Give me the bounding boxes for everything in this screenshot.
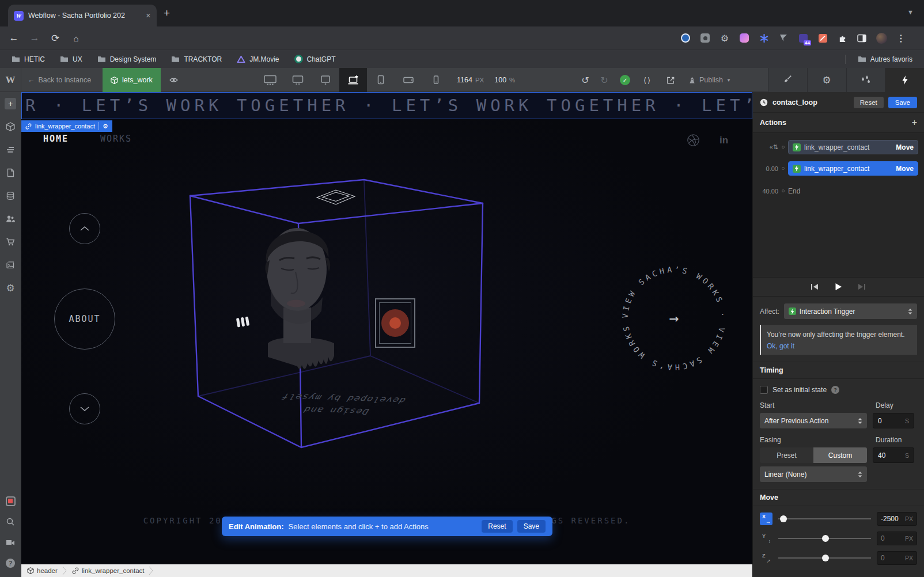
breakpoint-1440[interactable]: [284, 68, 312, 92]
bookmark-design-system[interactable]: Design System: [97, 55, 157, 63]
y-axis-icon[interactable]: Y↕: [760, 532, 772, 545]
reload-icon[interactable]: ⟳: [47, 26, 63, 50]
preview-toggle[interactable]: [162, 68, 184, 92]
add-action-button[interactable]: +: [912, 117, 917, 128]
design-canvas[interactable]: R · LET’S WORK TOGETHER · LET’S WORK TOG…: [21, 92, 752, 564]
home-icon[interactable]: ⌂: [68, 26, 84, 50]
bookmark-jmmovie[interactable]: JM.Movie: [237, 55, 279, 63]
forward-icon[interactable]: →: [26, 26, 43, 50]
video-tutorials-button[interactable]: [0, 532, 21, 553]
nav-link-home[interactable]: HOME: [43, 134, 69, 144]
tab-interactions-bolt-icon[interactable]: [885, 68, 924, 92]
settings-button[interactable]: ⚙: [0, 276, 21, 299]
bookmark-hetic[interactable]: HETIC: [12, 55, 45, 63]
keyframe-dot[interactable]: [782, 146, 785, 149]
assets-button[interactable]: [0, 253, 21, 276]
breakpoint-tablet[interactable]: [367, 68, 395, 92]
extension-badge-icon[interactable]: 44: [797, 32, 809, 44]
tab-search-chevron-icon[interactable]: ▼: [907, 9, 914, 16]
ecommerce-button[interactable]: [0, 230, 21, 253]
extension-purple-icon[interactable]: [739, 32, 750, 44]
bookmark-ux[interactable]: UX: [60, 55, 82, 63]
initial-state-checkbox[interactable]: [760, 386, 768, 394]
tab-settings-gear-icon[interactable]: ⚙: [807, 68, 846, 92]
breakpoint-desktop-active[interactable]: [339, 68, 367, 92]
new-tab-button[interactable]: +: [164, 7, 170, 20]
extension-pen-icon[interactable]: [817, 32, 828, 44]
animation-reset-button[interactable]: Reset: [854, 97, 884, 108]
loop-icons[interactable]: «⇅: [753, 143, 778, 151]
breakpoint-mobile-landscape[interactable]: [395, 68, 422, 92]
edit-animation-save-button[interactable]: Save: [517, 520, 546, 533]
selected-element-badge[interactable]: link_wrapper_contact ⚙: [21, 120, 112, 132]
animation-save-button[interactable]: Save: [888, 97, 917, 108]
help-icon[interactable]: ?: [831, 386, 839, 394]
side-panel-icon[interactable]: [856, 32, 868, 44]
breadcrumb-header[interactable]: header: [27, 567, 58, 574]
browser-tab[interactable]: W Webflow - Sacha Portfolio 202 ✕: [8, 5, 157, 26]
x-axis-icon[interactable]: X→: [760, 513, 772, 525]
marquee-selected-element[interactable]: R · LET’S WORK TOGETHER · LET’S WORK TOG…: [21, 92, 752, 119]
keyframe-dot[interactable]: [782, 167, 785, 170]
undo-icon[interactable]: ↺: [576, 68, 594, 92]
help-button[interactable]: ?: [0, 553, 21, 574]
bookmark-tracktor[interactable]: TRACKTOR: [171, 55, 222, 63]
element-settings-gear-icon[interactable]: ⚙: [103, 123, 108, 130]
cms-button[interactable]: [0, 184, 21, 207]
webflow-logo[interactable]: W: [0, 68, 21, 92]
components-button[interactable]: [0, 115, 21, 138]
nav-link-works[interactable]: WORKS: [100, 134, 132, 144]
back-to-instance[interactable]: ← Back to instance: [28, 68, 91, 92]
search-button[interactable]: [0, 511, 21, 532]
canvas-dimensions[interactable]: 1164 PX 100 %: [457, 68, 515, 92]
code-export-icon[interactable]: ⟨⟩: [637, 68, 658, 92]
duration-input[interactable]: 40 S: [873, 447, 914, 463]
publish-button[interactable]: Publish ▼: [688, 68, 731, 92]
extension-asterisk-icon[interactable]: [758, 32, 770, 44]
x-value-input[interactable]: -2500 PX: [877, 512, 917, 526]
recording-button[interactable]: [0, 491, 21, 511]
dribbble-icon[interactable]: [687, 134, 700, 147]
extensions-puzzle-icon[interactable]: [836, 32, 848, 44]
breakpoint-1280[interactable]: [312, 68, 339, 92]
breakpoint-mobile-portrait[interactable]: [422, 68, 450, 92]
extension-lens-icon[interactable]: [680, 32, 691, 44]
scroll-up-button[interactable]: [69, 213, 100, 244]
tab-style-brush-icon[interactable]: [768, 68, 807, 92]
notice-dismiss-link[interactable]: Ok, got it: [767, 342, 911, 350]
play-icon[interactable]: [835, 283, 842, 291]
extension-gear-icon[interactable]: ⚙: [719, 32, 730, 44]
extension-camera-icon[interactable]: [699, 32, 711, 44]
affect-dropdown[interactable]: Interaction Trigger: [784, 303, 917, 319]
share-site-icon[interactable]: [660, 68, 681, 92]
close-tab-icon[interactable]: ✕: [146, 12, 151, 20]
easing-custom-tab[interactable]: Custom: [813, 447, 867, 463]
saved-check-icon[interactable]: ✓: [615, 68, 635, 92]
scroll-down-button[interactable]: [69, 393, 100, 424]
x-slider[interactable]: [778, 512, 871, 526]
bookmark-chatgpt[interactable]: ChatGPT: [294, 55, 336, 63]
breadcrumb-link-wrapper-contact[interactable]: link_wrapper_contact: [72, 567, 145, 574]
skip-end-icon[interactable]: [858, 283, 866, 290]
users-button[interactable]: [0, 207, 21, 230]
browser-menu-icon[interactable]: ⋮: [895, 32, 907, 44]
back-icon[interactable]: ←: [6, 26, 22, 50]
site-button[interactable]: lets_work: [103, 68, 161, 92]
profile-avatar[interactable]: [876, 32, 887, 44]
breakpoint-1920[interactable]: [256, 68, 284, 92]
linkedin-icon[interactable]: in: [719, 135, 728, 146]
navigator-button[interactable]: [0, 138, 21, 161]
other-bookmarks[interactable]: Autres favoris: [845, 55, 912, 64]
edit-animation-reset-button[interactable]: Reset: [482, 520, 512, 533]
z-value-input[interactable]: 0 PX: [877, 551, 917, 565]
z-slider[interactable]: [778, 551, 871, 565]
y-value-input[interactable]: 0 PX: [877, 532, 917, 545]
tab-style-manager-droplets-icon[interactable]: [846, 68, 885, 92]
start-dropdown[interactable]: After Previous Action: [760, 413, 867, 428]
action-card[interactable]: link_wrapper_contact Move: [788, 140, 918, 154]
delay-input[interactable]: 0 S: [873, 413, 914, 428]
extension-cursor-icon[interactable]: [778, 32, 789, 44]
works-arrow-icon[interactable]: →: [657, 309, 691, 328]
easing-curve-dropdown[interactable]: Linear (None): [760, 466, 867, 482]
easing-preset-tab[interactable]: Preset: [760, 447, 813, 463]
